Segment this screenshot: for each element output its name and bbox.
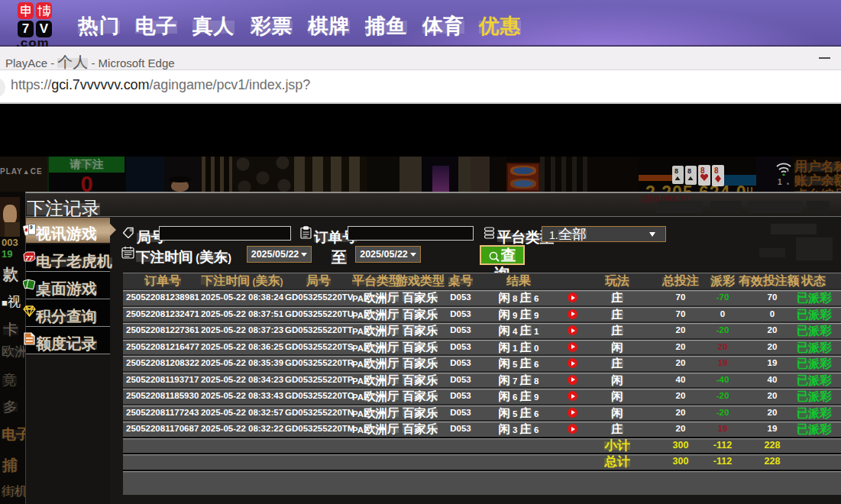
svg-text:7: 7	[31, 254, 35, 263]
svg-text:9: 9	[30, 225, 33, 230]
svg-text:8: 8	[700, 166, 705, 175]
svg-text:8: 8	[674, 167, 678, 175]
svg-text:8: 8	[687, 167, 691, 175]
svg-text:8: 8	[714, 166, 719, 175]
